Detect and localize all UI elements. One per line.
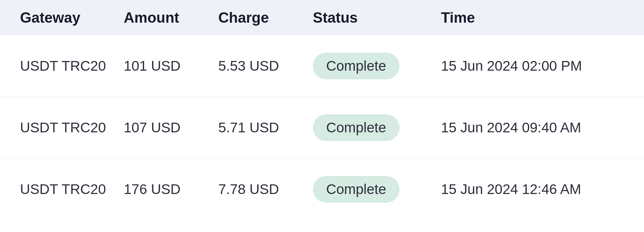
header-gateway: Gateway bbox=[20, 9, 124, 26]
cell-gateway-0: USDT TRC20 bbox=[20, 58, 124, 74]
table-header: Gateway Amount Charge Status Time bbox=[0, 0, 644, 35]
cell-charge-1: 5.71 USD bbox=[218, 120, 313, 136]
cell-gateway-2: USDT TRC20 bbox=[20, 181, 124, 197]
cell-status-1: Complete bbox=[313, 114, 441, 141]
header-amount: Amount bbox=[124, 9, 218, 26]
cell-amount-2: 176 USD bbox=[124, 181, 218, 197]
header-charge: Charge bbox=[218, 9, 313, 26]
status-badge-0: Complete bbox=[313, 53, 400, 79]
status-badge-2: Complete bbox=[313, 176, 400, 203]
cell-status-0: Complete bbox=[313, 53, 441, 79]
cell-time-2: 15 Jun 2024 12:46 AM bbox=[441, 181, 624, 197]
table-row: USDT TRC20 107 USD 5.71 USD Complete 15 … bbox=[0, 97, 644, 159]
cell-amount-0: 101 USD bbox=[124, 58, 218, 74]
cell-gateway-1: USDT TRC20 bbox=[20, 120, 124, 136]
cell-charge-2: 7.78 USD bbox=[218, 181, 313, 197]
cell-charge-0: 5.53 USD bbox=[218, 58, 313, 74]
table-row: USDT TRC20 176 USD 7.78 USD Complete 15 … bbox=[0, 159, 644, 220]
header-status: Status bbox=[313, 9, 441, 26]
status-badge-1: Complete bbox=[313, 114, 400, 141]
table-body: USDT TRC20 101 USD 5.53 USD Complete 15 … bbox=[0, 35, 644, 220]
header-time: Time bbox=[441, 9, 624, 26]
cell-amount-1: 107 USD bbox=[124, 120, 218, 136]
table-row: USDT TRC20 101 USD 5.53 USD Complete 15 … bbox=[0, 35, 644, 97]
cell-time-0: 15 Jun 2024 02:00 PM bbox=[441, 58, 624, 74]
transactions-table: Gateway Amount Charge Status Time USDT T… bbox=[0, 0, 644, 220]
cell-time-1: 15 Jun 2024 09:40 AM bbox=[441, 120, 624, 136]
cell-status-2: Complete bbox=[313, 176, 441, 203]
